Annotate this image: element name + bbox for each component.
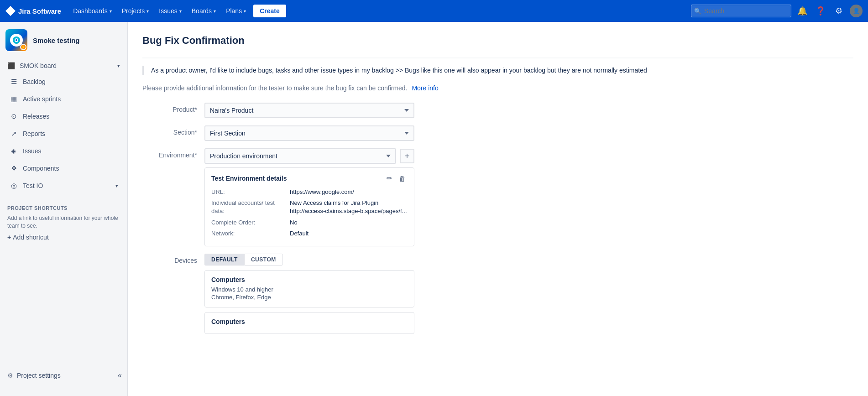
sidebar-item-issues[interactable]: ◈ Issues — [2, 143, 125, 159]
env-detail-network-row: Network: Default — [211, 229, 408, 238]
env-details-card: Test Environment details ✏ 🗑 URL: https:… — [204, 167, 414, 246]
nav-dashboards-label: Dashboards — [73, 7, 108, 15]
environment-label: Environment* — [142, 148, 197, 159]
nav-dashboards[interactable]: Dashboards ▾ — [68, 5, 116, 17]
section-select[interactable]: First Section — [204, 125, 414, 141]
help-button[interactable]: ❓ — [813, 4, 828, 18]
nav-boards[interactable]: Boards ▾ — [187, 5, 220, 17]
device-card-1-title: Computers — [211, 276, 408, 283]
nav-issues-label: Issues — [159, 7, 177, 15]
env-detail-accounts-row: Individual accounts/ test data: New Acce… — [211, 199, 408, 215]
avatar[interactable]: 👤 — [850, 5, 863, 17]
sidebar-item-test-io[interactable]: ◎ Test IO ▾ — [2, 177, 125, 194]
env-details-header: Test Environment details ✏ 🗑 — [211, 173, 408, 183]
topnav-right: 🔍 🔔 ❓ ⚙ 👤 — [691, 4, 863, 18]
brand[interactable]: Jira Software — [5, 6, 61, 16]
env-detail-url-row: URL: https://www.google.com/ — [211, 188, 408, 196]
add-shortcut-button[interactable]: + Add shortcut — [7, 234, 120, 241]
environment-select[interactable]: Production environment — [204, 148, 396, 164]
environment-control: Production environment + Test Environmen… — [204, 148, 414, 246]
components-icon: ❖ — [9, 164, 18, 173]
svg-point-2 — [16, 39, 17, 41]
sidebar-item-active-sprints-label: Active sprints — [23, 95, 61, 103]
env-detail-network-val: Default — [290, 229, 309, 238]
edit-env-button[interactable]: ✏ — [385, 173, 394, 183]
sidebar-item-reports[interactable]: ↗ Reports — [2, 125, 125, 142]
sidebar-item-backlog[interactable]: ☰ Backlog — [2, 73, 125, 90]
sidebar-item-test-io-label: Test IO — [23, 182, 43, 189]
environment-row: Environment* Production environment + Te… — [142, 148, 471, 246]
test-io-icon: ◎ — [9, 181, 18, 190]
collapse-sidebar-button[interactable]: « — [114, 368, 125, 383]
device-tab-custom[interactable]: CUSTOM — [244, 254, 283, 266]
product-select[interactable]: Naira's Product — [204, 103, 414, 118]
sidebar-item-active-sprints[interactable]: ▦ Active sprints — [2, 91, 125, 107]
add-environment-button[interactable]: + — [400, 149, 414, 163]
device-tabs: DEFAULT CUSTOM — [204, 254, 414, 266]
description-secondary: Please provide additional information fo… — [142, 84, 408, 92]
product-control: Naira's Product — [204, 103, 414, 118]
sidebar-item-reports-label: Reports — [23, 130, 45, 137]
active-sprints-icon: ▦ — [9, 94, 18, 104]
env-detail-network-key: Network: — [211, 229, 284, 238]
nav-plans-label: Plans — [226, 7, 242, 15]
project-orange-dot: ⚡ — [20, 44, 26, 50]
sidebar-item-smok-board[interactable]: ⬛ SMOK board ▾ — [0, 58, 127, 73]
env-detail-url-val: https://www.google.com/ — [290, 188, 354, 196]
chevron-down-icon: ▾ — [115, 183, 118, 189]
add-shortcut-label: Add shortcut — [13, 234, 49, 241]
env-detail-complete-val: No — [290, 219, 298, 227]
issues-icon: ◈ — [9, 146, 18, 156]
nav-projects[interactable]: Projects ▾ — [117, 5, 154, 17]
sidebar-item-components-label: Components — [23, 165, 59, 172]
devices-row: Devices DEFAULT CUSTOM Computers Windows… — [142, 254, 471, 339]
chevron-down-icon: ▾ — [179, 9, 182, 14]
notifications-button[interactable]: 🔔 — [795, 4, 810, 18]
device-card-2-title: Computers — [211, 318, 408, 325]
sidebar-item-backlog-label: Backlog — [23, 78, 46, 85]
more-info-link[interactable]: More info — [412, 84, 438, 92]
env-detail-accounts-key: Individual accounts/ test data: — [211, 199, 284, 215]
env-detail-url-key: URL: — [211, 188, 284, 196]
description-secondary-wrap: Please provide additional information fo… — [142, 84, 853, 92]
device-tab-default[interactable]: DEFAULT — [204, 254, 244, 266]
project-settings-label: Project settings — [17, 372, 61, 379]
sidebar-item-releases[interactable]: ⊙ Releases — [2, 108, 125, 125]
product-label: Product* — [142, 103, 197, 113]
releases-icon: ⊙ — [9, 112, 18, 121]
environment-select-row: Production environment + — [204, 148, 414, 164]
board-icon: ⬛ — [7, 62, 15, 69]
sidebar-item-project-settings[interactable]: ⚙ Project settings — [2, 368, 114, 383]
nav-issues[interactable]: Issues ▾ — [154, 5, 186, 17]
settings-button[interactable]: ⚙ — [831, 4, 846, 18]
create-button[interactable]: Create — [253, 5, 286, 17]
description-primary: As a product owner, I'd like to include … — [151, 66, 853, 75]
sidebar-item-releases-label: Releases — [23, 113, 49, 120]
search-input[interactable] — [691, 5, 791, 17]
delete-env-button[interactable]: 🗑 — [397, 173, 408, 183]
chevron-down-icon: ▾ — [110, 9, 112, 14]
layout: ⚡ Smoke testing ⬛ SMOK board ▾ ☰ Backlog… — [0, 22, 868, 396]
project-avatar: ⚡ — [5, 29, 27, 51]
plus-icon: + — [7, 234, 11, 241]
env-details-title: Test Environment details — [211, 175, 287, 182]
device-card-1-os: Windows 10 and higher — [211, 286, 408, 293]
reports-icon: ↗ — [9, 129, 18, 138]
chevron-down-icon: ▾ — [214, 9, 216, 14]
nav-plans[interactable]: Plans ▾ — [221, 5, 251, 17]
topnav-nav: Dashboards ▾ Projects ▾ Issues ▾ Boards … — [68, 5, 687, 17]
env-details-actions: ✏ 🗑 — [385, 173, 408, 183]
chevron-down-icon: ▾ — [244, 9, 246, 14]
devices-control: DEFAULT CUSTOM Computers Windows 10 and … — [204, 254, 414, 339]
description-block: As a product owner, I'd like to include … — [142, 66, 853, 75]
env-detail-complete-row: Complete Order: No — [211, 219, 408, 227]
sidebar-project: ⚡ Smoke testing — [0, 22, 127, 58]
jira-logo — [5, 6, 16, 16]
form-section: Product* Naira's Product Section* First … — [142, 103, 471, 339]
title-divider — [142, 57, 853, 58]
nav-boards-label: Boards — [192, 7, 212, 15]
devices-label: Devices — [142, 254, 197, 264]
sidebar-item-components[interactable]: ❖ Components — [2, 160, 125, 177]
topnav: Jira Software Dashboards ▾ Projects ▾ Is… — [0, 0, 868, 22]
sidebar-item-issues-label: Issues — [23, 147, 41, 155]
